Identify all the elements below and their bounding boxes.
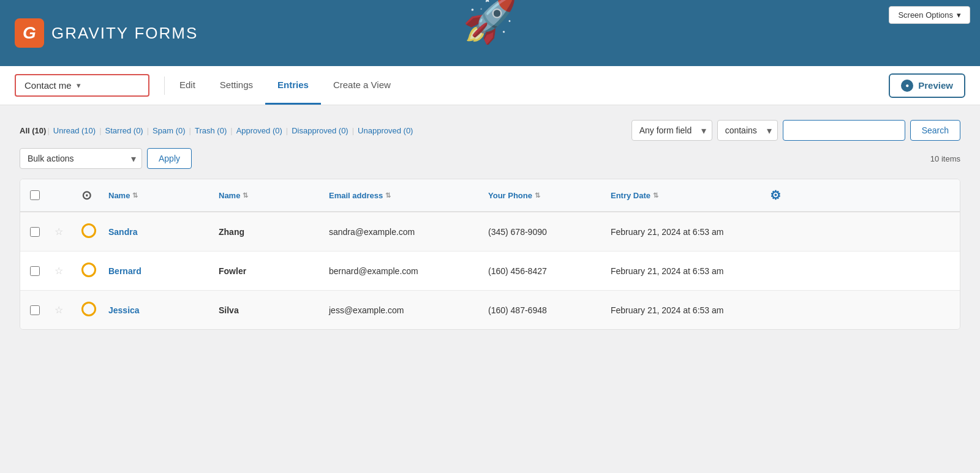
row-actions-col [765,260,794,282]
filter-spam[interactable]: Spam (0) [153,126,185,135]
logo-text: GRAVITY FORMS [51,24,198,43]
status-circle-icon [81,263,96,277]
field-filter-wrapper: Any form field [631,120,712,141]
bulk-actions-select[interactable]: Bulk actions [20,148,142,169]
row-checkbox-col [20,294,50,326]
eye-icon: ● [901,80,913,92]
nav-divider [164,76,165,95]
th-first-name[interactable]: Name ⇅ [104,179,214,211]
condition-filter-select[interactable]: contains [717,120,778,141]
logo-area: G GRAVITY FORMS [15,18,198,48]
sort-icon: ⇅ [653,192,658,199]
row-star-col: ☆ [50,254,77,288]
th-star [50,179,77,211]
filter-approved[interactable]: Approved (0) [236,126,282,135]
search-button[interactable]: Search [910,120,960,141]
tab-edit[interactable]: Edit [167,66,208,105]
row-last-name: Silva [214,294,324,326]
search-input[interactable] [783,120,905,141]
row-checkbox[interactable] [30,227,40,237]
row-star-col: ☆ [50,293,77,327]
row-status-col [77,212,104,251]
row-email: sandra@example.com [324,216,483,248]
row-checkbox[interactable] [30,266,40,276]
filter-disapproved[interactable]: Disapproved (0) [292,126,349,135]
th-entry-date[interactable]: Entry Date ⇅ [606,179,765,211]
th-gear[interactable]: ⚙ [765,179,794,211]
nav-bar: Contact me ▾ Edit Settings Entries Creat… [0,66,980,105]
tab-settings[interactable]: Settings [208,66,265,105]
rocket-decoration: 🚀 [462,0,518,46]
status-circle-icon [81,302,96,316]
th-last-name[interactable]: Name ⇅ [214,179,324,211]
gear-icon[interactable]: ⚙ [770,188,781,203]
th-phone[interactable]: Your Phone ⇅ [483,179,606,211]
row-first-name[interactable]: Bernard [104,255,214,287]
row-phone: (160) 456-8427 [483,255,606,287]
bulk-actions-wrapper: Bulk actions [20,148,142,169]
th-checkbox [20,179,50,211]
sort-icon: ⇅ [385,192,391,199]
row-phone: (160) 487-6948 [483,294,606,326]
items-count: 10 items [930,154,960,163]
table-header: ⊙ Name ⇅ Name ⇅ Email address ⇅ Your Pho… [20,179,960,212]
bulk-left: Bulk actions Apply [20,148,192,169]
top-bar: G GRAVITY FORMS 🚀 Screen Options ▾ [0,0,980,66]
table-row: ☆ Bernard Fowler bernard@example.com (16… [20,251,960,291]
star-icon[interactable]: ☆ [55,226,63,237]
row-checkbox-col [20,216,50,248]
filter-links: All (10) | Unread (10) | Starred (0) | S… [20,126,415,135]
row-first-name[interactable]: Jessica [104,294,214,326]
row-last-name: Zhang [214,216,324,248]
sort-icon: ⇅ [132,192,138,199]
filter-trash[interactable]: Trash (0) [195,126,227,135]
row-entry-date: February 21, 2024 at 6:53 am [606,294,765,326]
nav-tabs: Edit Settings Entries Create a View [167,66,403,105]
row-status-col [77,291,104,329]
row-email: jess@example.com [324,294,483,326]
row-first-name[interactable]: Sandra [104,216,214,248]
chevron-down-icon: ▾ [77,81,81,90]
th-status: ⊙ [77,179,104,211]
row-phone: (345) 678-9090 [483,216,606,248]
star-icon[interactable]: ☆ [55,266,63,276]
bulk-row: Bulk actions Apply 10 items [20,148,960,169]
row-last-name: Fowler [214,255,324,287]
tab-create-a-view[interactable]: Create a View [321,66,403,105]
row-actions-col [765,221,794,243]
filter-starred[interactable]: Starred (0) [105,126,143,135]
chevron-down-icon: ▾ [957,10,961,20]
table-row: ☆ Sandra Zhang sandra@example.com (345) … [20,212,960,251]
row-actions-col [765,299,794,321]
star-icon[interactable]: ☆ [55,305,63,315]
select-all-checkbox[interactable] [30,190,40,200]
row-checkbox[interactable] [30,305,40,315]
row-entry-date: February 21, 2024 at 6:53 am [606,255,765,287]
content-area: All (10) | Unread (10) | Starred (0) | S… [0,105,980,345]
filter-unread[interactable]: Unread (10) [53,126,96,135]
tab-entries[interactable]: Entries [265,66,321,105]
row-star-col: ☆ [50,215,77,248]
entries-table: ⊙ Name ⇅ Name ⇅ Email address ⇅ Your Pho… [20,179,960,330]
row-status-col [77,251,104,290]
preview-button[interactable]: ● Preview [889,73,965,98]
condition-filter-wrapper: contains [717,120,778,141]
gravity-forms-logo-icon: G [15,18,44,48]
table-row: ☆ Jessica Silva jess@example.com (160) 4… [20,291,960,329]
apply-button[interactable]: Apply [147,148,192,169]
search-filters: Any form field contains Search [631,120,960,141]
sort-icon: ⇅ [535,192,540,199]
th-email[interactable]: Email address ⇅ [324,179,483,211]
spinner-icon: ⊙ [81,188,92,203]
field-filter-select[interactable]: Any form field [631,120,712,141]
screen-options-button[interactable]: Screen Options ▾ [889,6,970,24]
row-email: bernard@example.com [324,255,483,287]
row-entry-date: February 21, 2024 at 6:53 am [606,216,765,248]
filter-all[interactable]: All (10) [20,126,46,135]
row-checkbox-col [20,255,50,287]
filter-row: All (10) | Unread (10) | Starred (0) | S… [20,120,960,141]
status-circle-icon [81,223,96,238]
sort-icon: ⇅ [243,192,248,199]
filter-unapproved[interactable]: Unapproved (0) [358,126,413,135]
form-selector[interactable]: Contact me ▾ [15,74,149,97]
